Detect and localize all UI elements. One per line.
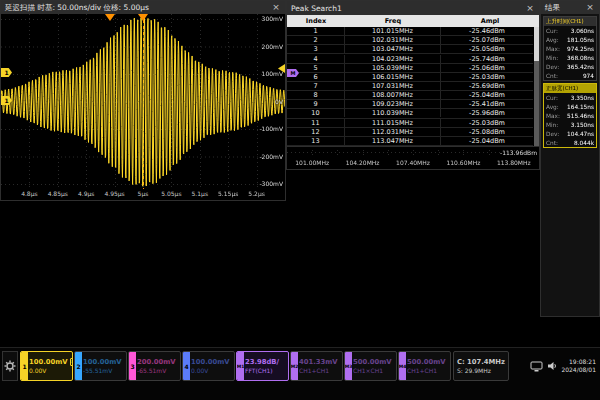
- math-number: M1: [237, 352, 244, 380]
- zoom-waveform-canvas[interactable]: [1, 14, 285, 189]
- table-row[interactable]: 9109.023MHz-25.41dBm: [287, 100, 533, 109]
- time-tick-label: 5.15μs: [218, 190, 238, 197]
- channel-number: 3: [129, 352, 136, 380]
- scrollbar-thumb[interactable]: [534, 27, 539, 61]
- time-tick-label: 4.95μs: [104, 190, 124, 197]
- math-scale: 500.00mV: [353, 358, 396, 367]
- measure-stat-row: Dev:104.47ns: [544, 129, 596, 138]
- math-box-3[interactable]: M3500.00mVCH1×CH1: [344, 351, 397, 381]
- results-header[interactable]: 结果 ×: [541, 1, 599, 14]
- voltage-tick-label: 200mV: [262, 43, 283, 50]
- table-row[interactable]: 13113.047MHz-25.04dBm: [287, 137, 533, 146]
- channel-number: 4: [183, 352, 190, 380]
- channel-scale: 100.00mV: [83, 358, 126, 367]
- time-tick-label: 5μs: [138, 190, 149, 197]
- rtsa-center: C: 107.4MHz: [457, 358, 508, 367]
- table-cell: -25.04dBm: [441, 137, 533, 145]
- table-cell: 13: [287, 137, 345, 145]
- table-cell: 12: [287, 128, 345, 136]
- table-cell: -25.03dBm: [441, 119, 533, 127]
- math-expression: CH1+CH1: [299, 367, 342, 375]
- table-cell: 10: [287, 109, 345, 117]
- time-tick-label: 4.9μs: [78, 190, 95, 197]
- table-cell: 1: [287, 27, 345, 35]
- zoom-panel-header[interactable]: 延迟扫描 时基: 50.00ns/div 位移: 5.00μs ×: [1, 1, 285, 14]
- table-row[interactable]: 5105.039MHz-25.06dBm: [287, 64, 533, 73]
- close-icon[interactable]: ×: [525, 4, 535, 13]
- channel-box-ch1[interactable]: 1100.00mVΩ0.00V: [20, 351, 73, 381]
- table-cell: -25.74dBm: [441, 55, 533, 63]
- table-row[interactable]: 1101.015MHz-25.46dBm: [287, 27, 533, 36]
- zoom-info-text: 延迟扫描 时基: 50.00ns/div 位移: 5.00μs: [5, 3, 149, 13]
- rtsa-span: S: 29.9MHz: [457, 367, 508, 375]
- table-row[interactable]: 4104.023MHz-25.74dBm: [287, 54, 533, 63]
- math-number: M4: [399, 352, 406, 380]
- lan-icon: [530, 361, 543, 372]
- table-row[interactable]: 11111.015MHz-25.03dBm: [287, 119, 533, 128]
- channel-status-row: 1100.00mVΩ0.00V2100.00mV-55.51mV3200.00m…: [20, 351, 451, 381]
- table-cell: -25.03dBm: [441, 73, 533, 81]
- measure-stat-row: Min:368.08ns: [544, 53, 596, 62]
- table-row[interactable]: 3103.047MHz-25.05dBm: [287, 45, 533, 54]
- table-row[interactable]: 7107.031MHz-25.69dBm: [287, 82, 533, 91]
- measure-card[interactable]: 上升时间(CH1)Cur:3.060nsAvg:181.05nsMax:974.…: [543, 16, 597, 81]
- measure-stat-row: Cnt:974: [544, 71, 596, 80]
- table-cell: 105.039MHz: [345, 64, 441, 72]
- measure-stat-row: Avg:181.05ns: [544, 35, 596, 44]
- settings-button[interactable]: [2, 351, 18, 381]
- table-cell: 106.015MHz: [345, 73, 441, 81]
- channel-box-ch4[interactable]: 4100.00mV0.00V: [182, 351, 235, 381]
- table-cell: 11: [287, 119, 345, 127]
- rtsa-box[interactable]: C: 107.4MHz S: 29.9MHz: [453, 351, 509, 381]
- measure-stat-row: Max:974.25ns: [544, 44, 596, 53]
- frequency-tick-label: 107.40MHz: [396, 159, 430, 166]
- time-tick-label: 5.05μs: [161, 190, 181, 197]
- math-scale: 401.33mV: [299, 358, 342, 367]
- channel-scale: 100.00mV: [191, 358, 234, 367]
- peak-panel-header[interactable]: Peak Search1 ×: [287, 1, 539, 15]
- measure-card-title: 正脉宽(CH1): [544, 84, 596, 93]
- frequency-tick-label: 101.00MHz: [295, 159, 329, 166]
- frequency-axis-labels: 101.00MHz104.20MHz107.40MHz110.60MHz113.…: [287, 158, 539, 169]
- time-tick-label: 5.1μs: [192, 190, 209, 197]
- dbm-tick-label: -113.96dBm: [500, 149, 537, 156]
- gear-icon: [4, 360, 16, 372]
- results-title: 结果: [545, 3, 560, 13]
- table-cell: 101.015MHz: [345, 27, 441, 35]
- column-header: Ampl: [441, 17, 539, 25]
- frequency-tick-label: 113.80MHz: [497, 159, 531, 166]
- table-row[interactable]: 6106.015MHz-25.03dBm: [287, 73, 533, 82]
- frequency-tick-label: 110.60MHz: [446, 159, 480, 166]
- close-icon[interactable]: ×: [585, 3, 595, 12]
- measure-card[interactable]: 正脉宽(CH1)Cur:3.350nsAvg:164.15nsMax:515.4…: [543, 83, 597, 148]
- measure-stat-row: Dev:365.42ns: [544, 62, 596, 71]
- table-cell: -25.41dBm: [441, 100, 533, 108]
- bottom-status-bar: 1100.00mVΩ0.00V2100.00mV-55.51mV3200.00m…: [0, 347, 600, 400]
- math-box-2[interactable]: M2401.33mVCH1+CH1: [290, 351, 343, 381]
- channel-box-ch3[interactable]: 3200.00mV-65.51mV: [128, 351, 181, 381]
- channel-number: 2: [75, 352, 82, 380]
- voltage-tick-label: -300mV: [259, 180, 283, 187]
- table-cell: 109.023MHz: [345, 100, 441, 108]
- column-header: Freq: [345, 17, 441, 25]
- time-tick-label: 4.85μs: [48, 190, 68, 197]
- table-row[interactable]: 8108.007MHz-25.04dBm: [287, 91, 533, 100]
- results-sidebar: 结果 × 上升时间(CH1)Cur:3.060nsAvg:181.05nsMax…: [540, 0, 600, 317]
- channel-offset: 0.00V: [29, 367, 72, 375]
- math-box-1[interactable]: M123.98dB/FFT(CH1): [236, 351, 289, 381]
- zoom-panel: 延迟扫描 时基: 50.00ns/div 位移: 5.00μs × 1 300m…: [0, 0, 286, 201]
- speaker-icon[interactable]: [547, 361, 557, 371]
- channel-box-ch2[interactable]: 2100.00mV-55.51mV: [74, 351, 127, 381]
- math-expression: FFT(CH1): [245, 367, 288, 375]
- zoom-plot-area[interactable]: 1 300mV200mV100mV0V-100mV-200mV-300mV: [1, 14, 285, 189]
- math-scale: 500.00mV: [407, 358, 450, 367]
- close-icon[interactable]: ×: [271, 3, 281, 12]
- table-cell: 2: [287, 36, 345, 44]
- table-row[interactable]: 10110.039MHz-25.96dBm: [287, 109, 533, 118]
- table-row[interactable]: 2102.031MHz-25.07dBm: [287, 36, 533, 45]
- measure-cards: 上升时间(CH1)Cur:3.060nsAvg:181.05nsMax:974.…: [541, 16, 599, 148]
- table-row[interactable]: 12112.031MHz-25.08dBm: [287, 128, 533, 137]
- math-box-4[interactable]: M4500.00mVCH1+CH1: [398, 351, 451, 381]
- table-scrollbar[interactable]: [534, 27, 539, 146]
- measure-stat-row: Max:515.46ns: [544, 111, 596, 120]
